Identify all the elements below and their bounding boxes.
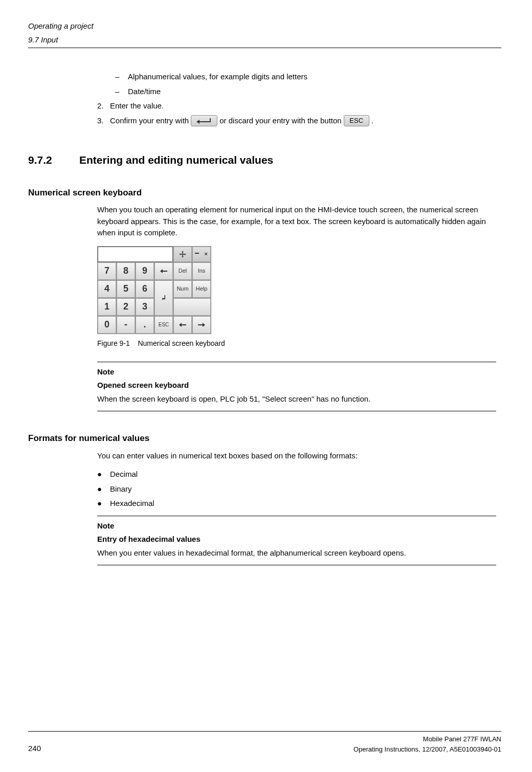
keypad-minimize-button[interactable] xyxy=(193,253,202,255)
keypad-button-5[interactable]: 5 xyxy=(117,280,135,298)
para-formats: You can enter values in numerical text b… xyxy=(97,450,496,462)
note-text: When the screen keyboard is open, PLC jo… xyxy=(97,393,496,405)
bullet-item: ● Binary xyxy=(97,483,496,495)
note-subtitle: Opened screen keyboard xyxy=(97,380,496,391)
keypad-button-1[interactable]: 1 xyxy=(98,298,116,316)
keypad-button-9[interactable]: 9 xyxy=(136,262,154,280)
section-heading: 9.7.2 Entering and editing numerical val… xyxy=(28,152,501,168)
note-text: When you enter values in hexadecimal for… xyxy=(97,547,496,559)
note-title: Note xyxy=(97,366,496,378)
keypad: × 7 8 9 Del Ins 4 5 6 Num Help 1 2 3 xyxy=(97,246,211,334)
figure-keypad: × 7 8 9 Del Ins 4 5 6 Num Help 1 2 3 xyxy=(97,246,496,334)
bullet-item: ● Hexadecimal xyxy=(97,498,496,510)
keypad-button-del[interactable]: Del xyxy=(173,262,192,280)
step-text-line: Confirm your entry with or discard your … xyxy=(110,115,373,127)
keypad-button-8[interactable]: 8 xyxy=(117,262,135,280)
list-item-text: Date/time xyxy=(128,86,161,98)
dash-mark: – xyxy=(115,71,128,83)
keypad-button-4[interactable]: 4 xyxy=(98,280,116,298)
keypad-button-0[interactable]: 0 xyxy=(98,316,116,334)
step-item: 2. Enter the value. xyxy=(97,100,496,112)
figure-caption-text: Numerical screen keyboard xyxy=(138,339,225,347)
keypad-button-minus[interactable]: - xyxy=(117,316,135,334)
step-number: 3. xyxy=(97,115,110,127)
step3-text-before: Confirm your entry with xyxy=(110,115,189,127)
section-number: 9.7.2 xyxy=(28,152,79,168)
list-item: – Date/time xyxy=(115,86,496,98)
bullet-mark: ● xyxy=(97,483,110,495)
footer-docinfo: Operating Instructions, 12/2007, A5E0100… xyxy=(353,744,501,755)
subheading-numerical-keyboard: Numerical screen keyboard xyxy=(28,186,501,200)
keypad-button-7[interactable]: 7 xyxy=(98,262,116,280)
note-hexadecimal: Note Entry of hexadecimal values When yo… xyxy=(97,516,496,566)
keypad-button-esc[interactable]: ESC xyxy=(154,316,173,334)
keypad-blank xyxy=(173,298,211,316)
footer-rule xyxy=(28,731,501,732)
dash-mark: – xyxy=(115,86,128,98)
keypad-button-6[interactable]: 6 xyxy=(136,280,154,298)
keypad-button-3[interactable]: 3 xyxy=(136,298,154,316)
top-content: – Alphanumerical values, for example dig… xyxy=(97,71,496,126)
bullet-text: Decimal xyxy=(110,469,138,480)
bullet-text: Hexadecimal xyxy=(110,498,154,510)
keypad-display-input[interactable] xyxy=(98,247,173,262)
bullet-mark: ● xyxy=(97,469,110,480)
keypad-button-backspace[interactable] xyxy=(154,262,173,280)
step-item: 3. Confirm your entry with or discard yo… xyxy=(97,115,496,127)
keypad-move-icon[interactable] xyxy=(173,247,192,262)
page-number: 240 xyxy=(28,743,41,755)
note-subtitle: Entry of hexadecimal values xyxy=(97,534,496,545)
footer-right: Mobile Panel 277F IWLAN Operating Instru… xyxy=(353,734,501,754)
footer-product: Mobile Panel 277F IWLAN xyxy=(353,734,501,744)
keypad-button-help[interactable]: Help xyxy=(192,280,211,298)
keypad-close-button[interactable]: × xyxy=(202,250,211,258)
keypad-button-ins[interactable]: Ins xyxy=(192,262,211,280)
keypad-button-2[interactable]: 2 xyxy=(117,298,135,316)
page-header: Operating a project 9.7 Input xyxy=(28,20,501,48)
keypad-button-right[interactable] xyxy=(192,316,211,334)
figure-caption: Figure 9-1 Numerical screen keyboard xyxy=(97,338,496,349)
bullet-mark: ● xyxy=(97,498,110,510)
step-text: Enter the value. xyxy=(110,100,164,112)
keypad-button-left[interactable] xyxy=(173,316,192,334)
step-number: 2. xyxy=(97,100,110,112)
para-numerical-keyboard: When you touch an operating element for … xyxy=(97,204,496,239)
keypad-button-enter[interactable] xyxy=(154,280,173,316)
content-numerical-keyboard: When you touch an operating element for … xyxy=(97,204,496,411)
note-title: Note xyxy=(97,520,496,532)
enter-key-icon xyxy=(191,115,217,126)
list-item-text: Alphanumerical values, for example digit… xyxy=(128,71,307,83)
subheading-formats: Formats for numerical values xyxy=(28,432,501,445)
keypad-button-num[interactable]: Num xyxy=(173,280,192,298)
step3-text-after: . xyxy=(371,115,373,127)
header-subtitle: 9.7 Input xyxy=(28,34,501,46)
content-formats: You can enter values in numerical text b… xyxy=(97,450,496,566)
bullet-item: ● Decimal xyxy=(97,469,496,480)
section-title: Entering and editing numerical values xyxy=(79,152,273,168)
keypad-window-controls: × xyxy=(192,247,211,262)
bullet-text: Binary xyxy=(110,483,132,495)
esc-key-icon: ESC xyxy=(344,115,369,126)
header-rule xyxy=(28,48,501,48)
note-opened-keyboard: Note Opened screen keyboard When the scr… xyxy=(97,362,496,412)
keypad-button-dot[interactable]: . xyxy=(136,316,154,334)
step3-text-middle: or discard your entry with the button xyxy=(219,115,341,127)
figure-caption-label: Figure 9-1 xyxy=(97,339,130,347)
header-title: Operating a project xyxy=(28,20,501,32)
list-item: – Alphanumerical values, for example dig… xyxy=(115,71,496,83)
page-footer: 240 Mobile Panel 277F IWLAN Operating In… xyxy=(28,731,501,754)
